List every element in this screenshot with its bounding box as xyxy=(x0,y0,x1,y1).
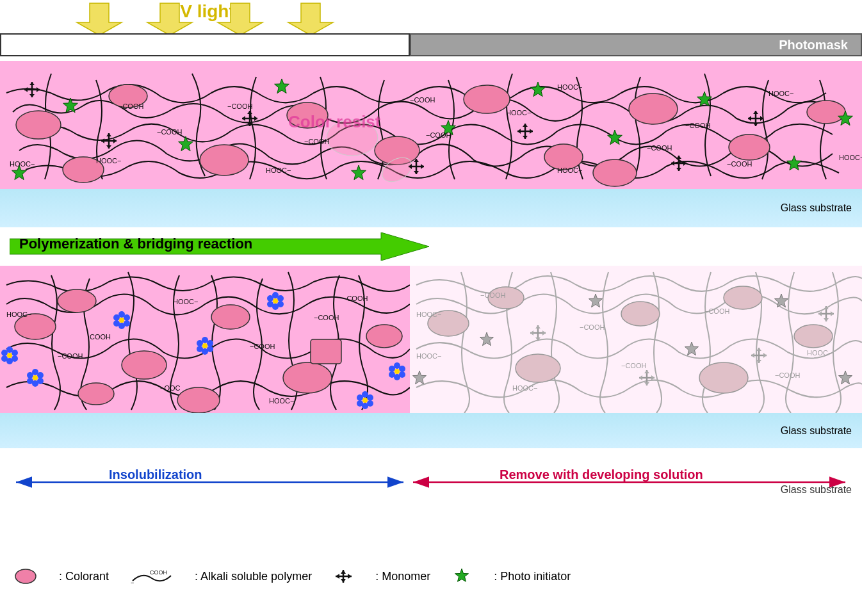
svg-point-162 xyxy=(724,286,762,309)
svg-marker-67 xyxy=(37,87,40,92)
svg-text:HOOC−: HOOC− xyxy=(6,311,31,318)
svg-point-9 xyxy=(464,85,510,113)
svg-point-109 xyxy=(27,378,33,384)
svg-point-106 xyxy=(37,372,44,378)
svg-point-159 xyxy=(699,362,748,393)
svg-marker-213 xyxy=(348,574,352,579)
svg-point-127 xyxy=(367,394,373,401)
svg-point-104 xyxy=(119,318,124,323)
svg-point-145 xyxy=(389,366,395,372)
svg-marker-64 xyxy=(753,111,758,114)
photomask-blocked-area: Photomask xyxy=(410,33,862,56)
exposed-layer: COOH HOOC− HOOC− −COOH −COOH −COOH −COOH… xyxy=(0,266,410,413)
legend: : Colorant COOH − : Alkali soluble polym… xyxy=(13,567,862,586)
svg-marker-50 xyxy=(517,129,521,134)
svg-point-144 xyxy=(389,371,395,378)
svg-point-158 xyxy=(621,302,660,326)
svg-marker-2 xyxy=(218,3,263,35)
svg-marker-26 xyxy=(787,156,802,170)
svg-text:HOOC−: HOOC− xyxy=(269,397,294,405)
svg-text:HOOC−: HOOC− xyxy=(512,384,537,392)
svg-marker-180 xyxy=(644,370,649,373)
svg-marker-40 xyxy=(247,111,252,114)
svg-point-124 xyxy=(267,295,273,302)
svg-marker-168 xyxy=(413,371,427,384)
svg-marker-171 xyxy=(542,330,546,336)
svg-text:−COOH: −COOH xyxy=(343,295,368,302)
svg-text:HOOC−: HOOC− xyxy=(10,160,35,168)
svg-marker-163 xyxy=(480,332,494,346)
svg-marker-31 xyxy=(113,138,117,143)
svg-point-103 xyxy=(113,314,120,321)
svg-marker-3 xyxy=(288,3,333,35)
svg-marker-32 xyxy=(101,138,104,143)
svg-text:−COOH: −COOH xyxy=(727,160,752,168)
svg-marker-63 xyxy=(753,123,758,126)
glass-label-bottom: Glass substrate xyxy=(781,484,852,496)
svg-point-141 xyxy=(399,366,405,372)
svg-text:−COOH: −COOH xyxy=(410,96,435,104)
svg-marker-186 xyxy=(756,348,761,351)
svg-marker-167 xyxy=(839,371,852,384)
svg-point-120 xyxy=(277,295,284,302)
svg-marker-21 xyxy=(352,165,366,180)
legend-colorant-icon xyxy=(13,567,38,586)
svg-point-132 xyxy=(362,398,368,403)
insolubilization-label: Insolubilization xyxy=(109,467,202,482)
svg-point-139 xyxy=(7,353,12,358)
svg-marker-56 xyxy=(671,161,674,166)
diagram2: COOH HOOC− HOOC− −COOH −COOH −COOH −COOH… xyxy=(0,266,862,464)
svg-point-4 xyxy=(16,111,61,139)
color-resist-label: Color resist xyxy=(288,112,381,132)
diagram2-unexposed-svg: HOOC− −COOH −COOH −COOH −COOH −COOH HOOC… xyxy=(410,266,862,413)
svg-marker-62 xyxy=(748,116,751,121)
diagram1: −COOH HOOC− −COOH HOOC− −COOH −COOH HOOC… xyxy=(0,61,862,227)
svg-point-125 xyxy=(273,298,278,304)
svg-marker-217 xyxy=(455,569,469,581)
glass-label2: Glass substrate xyxy=(781,425,852,437)
svg-point-131 xyxy=(357,394,363,401)
svg-text:−COOH: −COOH xyxy=(704,307,729,315)
svg-text:HOOC−: HOOC− xyxy=(807,349,832,357)
svg-marker-69 xyxy=(29,94,35,97)
svg-point-137 xyxy=(1,355,8,362)
svg-marker-45 xyxy=(414,171,419,174)
photomask-bar: Photomask xyxy=(0,33,862,56)
diagram2-exposed-svg: COOH HOOC− HOOC− −COOH −COOH −COOH −COOH… xyxy=(0,266,410,413)
svg-point-134 xyxy=(12,350,18,356)
svg-point-92 xyxy=(283,362,332,393)
svg-point-102 xyxy=(113,320,120,327)
svg-point-113 xyxy=(207,340,213,346)
svg-point-15 xyxy=(593,159,637,186)
legend-polymer-label: : Alkali soluble polymer xyxy=(195,570,312,583)
svg-point-91 xyxy=(211,305,250,329)
svg-point-12 xyxy=(729,134,770,160)
svg-marker-178 xyxy=(639,375,642,380)
svg-marker-1 xyxy=(147,3,192,35)
svg-marker-189 xyxy=(831,311,834,316)
svg-text:−: − xyxy=(131,580,134,586)
svg-point-116 xyxy=(197,346,203,352)
photomask-open-area xyxy=(0,33,410,56)
remove-label: Remove with developing solution xyxy=(500,467,703,482)
legend-monomer-label: : Monomer xyxy=(375,570,430,583)
svg-text:−COOH: −COOH xyxy=(480,291,505,299)
svg-point-160 xyxy=(794,325,833,348)
svg-text:HOOC−: HOOC− xyxy=(506,109,531,117)
svg-marker-23 xyxy=(531,82,546,97)
svg-marker-68 xyxy=(24,87,28,92)
svg-point-117 xyxy=(197,340,203,346)
svg-marker-37 xyxy=(254,116,257,121)
resist-layer: −COOH HOOC− −COOH HOOC− −COOH −COOH HOOC… xyxy=(0,61,862,189)
unexposed-layer: HOOC− −COOH −COOH −COOH −COOH −COOH HOOC… xyxy=(410,266,862,413)
svg-point-123 xyxy=(267,301,273,307)
uv-arrows xyxy=(38,0,397,35)
svg-marker-43 xyxy=(421,164,424,169)
svg-point-95 xyxy=(58,289,96,312)
legend-polymer-icon: COOH − xyxy=(129,567,174,586)
glass-layer1: Glass substrate xyxy=(0,189,862,227)
svg-text:HOOC−: HOOC− xyxy=(173,298,198,305)
legend-colorant-label: : Colorant xyxy=(59,570,109,583)
svg-point-11 xyxy=(629,93,678,124)
svg-marker-216 xyxy=(341,570,346,574)
